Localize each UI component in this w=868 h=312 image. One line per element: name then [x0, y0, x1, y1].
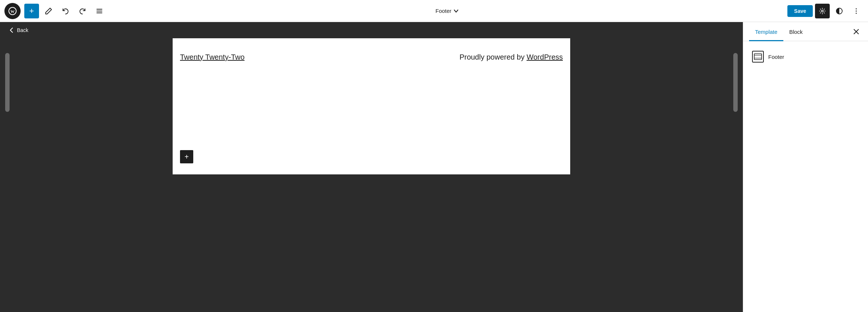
toolbar: W + Footer [0, 0, 868, 22]
template-footer-item[interactable]: Footer [749, 47, 862, 66]
canvas-footer: Twenty Twenty-Two Proudly powered by Wor… [173, 38, 570, 91]
sidebar-tabs: Template Block [743, 22, 868, 41]
svg-text:W: W [11, 9, 15, 14]
back-bar: Back [0, 22, 743, 38]
wordpress-link[interactable]: WordPress [526, 53, 563, 61]
svg-point-8 [856, 10, 857, 11]
undo-button[interactable] [58, 4, 73, 18]
template-item-label: Footer [768, 54, 784, 60]
template-svg-icon [754, 53, 762, 61]
editor-area: Back Twenty Twenty-Two Proudly powered b… [0, 22, 743, 312]
svg-point-7 [856, 8, 857, 9]
edit-tool-button[interactable] [41, 4, 56, 18]
template-layout-icon [752, 51, 764, 63]
list-view-button[interactable] [92, 4, 107, 18]
theme-icon [836, 7, 843, 15]
toolbar-right: Save [787, 4, 864, 18]
theme-toggle-button[interactable] [832, 4, 847, 18]
back-button[interactable]: Back [6, 26, 31, 35]
canvas: Twenty Twenty-Two Proudly powered by Wor… [173, 38, 570, 174]
svg-point-5 [822, 10, 823, 12]
back-arrow-icon [9, 27, 15, 33]
footer-title-dropdown[interactable]: Footer [431, 5, 463, 17]
tab-block[interactable]: Block [783, 22, 809, 41]
toolbar-center: Footer [109, 5, 785, 17]
footer-title-text: Footer [435, 8, 451, 14]
back-label: Back [17, 27, 28, 33]
svg-point-9 [856, 13, 857, 14]
more-icon [853, 7, 860, 15]
add-block-button[interactable]: + [24, 4, 39, 18]
sidebar: Template Block Footer [743, 22, 868, 312]
scroll-handle-right[interactable] [733, 53, 738, 112]
save-button[interactable]: Save [787, 5, 813, 17]
sidebar-content: Footer [743, 41, 868, 312]
canvas-wrapper: Twenty Twenty-Two Proudly powered by Wor… [0, 38, 743, 312]
scroll-handle-left[interactable] [5, 53, 10, 112]
close-icon [853, 29, 859, 35]
tab-template[interactable]: Template [749, 22, 783, 41]
main-layout: Back Twenty Twenty-Two Proudly powered b… [0, 22, 868, 312]
add-block-canvas-button[interactable]: + [180, 150, 193, 163]
svg-rect-12 [754, 54, 762, 60]
settings-button[interactable] [815, 4, 830, 18]
more-options-button[interactable] [849, 4, 864, 18]
site-title-link[interactable]: Twenty Twenty-Two [180, 53, 244, 61]
redo-button[interactable] [75, 4, 90, 18]
powered-by-text: Proudly powered by WordPress [459, 53, 563, 61]
sidebar-close-button[interactable] [850, 26, 862, 38]
gear-icon [819, 8, 826, 14]
wp-logo-icon: W [4, 3, 21, 19]
chevron-down-icon [454, 8, 459, 14]
